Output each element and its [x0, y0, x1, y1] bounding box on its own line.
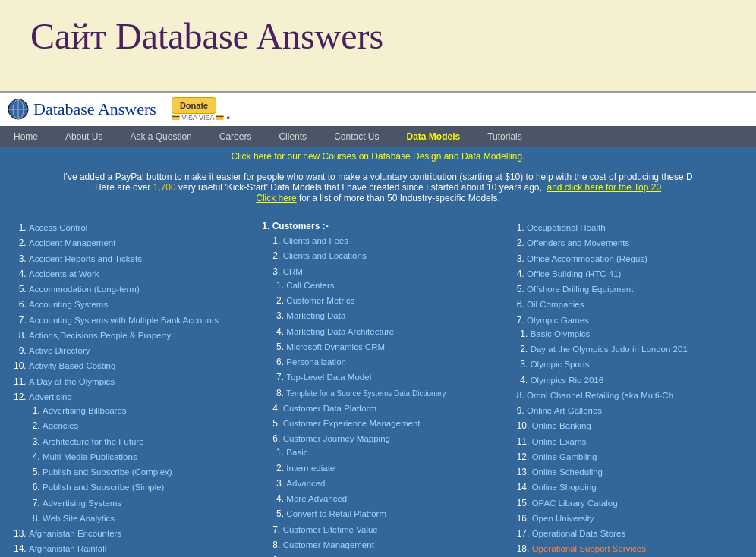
list-item: Architecture for the Future — [43, 435, 247, 448]
col1-sub-link[interactable]: Advertising Systems — [43, 499, 121, 508]
col2-sub-link[interactable]: Intermediate — [286, 464, 335, 473]
list-item: Activity Based Costing — [29, 359, 247, 373]
col3-link[interactable]: Offshore Drilling Equipment — [527, 285, 633, 294]
col3-link[interactable]: Online Scheduling — [532, 467, 603, 477]
col1-sub-link[interactable]: Publish and Subscribe (Simple) — [43, 483, 164, 492]
col3-link[interactable]: Oil Companies — [527, 300, 584, 309]
col3-sub-link[interactable]: Day at the Olympics Judo in London 201 — [531, 345, 688, 354]
col2-link[interactable]: Customer Journey Mapping — [283, 434, 390, 443]
list-item: 16. Open University — [509, 511, 741, 525]
col1-link[interactable]: Activity Based Costing — [29, 361, 115, 370]
col2-sub-link[interactable]: Customer Metrics — [286, 296, 354, 305]
col2-link[interactable]: Customer Lifetime Value — [283, 525, 378, 534]
col1-sub-link[interactable]: Agencies — [43, 421, 78, 430]
col3-link[interactable]: Office Accommodation (Regus) — [527, 254, 647, 263]
nav-clients[interactable]: Clients — [265, 126, 320, 147]
list-item: 5. Offshore Drilling Equipment — [509, 282, 741, 296]
col1-link[interactable]: Accommodation (Long-term) — [29, 285, 140, 294]
col1-link[interactable]: Actions,Decisions,People & Property — [29, 331, 171, 340]
col3-link[interactable]: Operational Data Stores — [532, 529, 625, 538]
col3-link[interactable]: Online Shopping — [532, 483, 597, 492]
col2-sub-link[interactable]: Basic — [286, 448, 307, 457]
col1-link[interactable]: A Day at the Olympics — [29, 377, 115, 386]
col1-sub-link[interactable]: Multi-Media Publications — [43, 452, 137, 461]
col3-link[interactable]: Occupational Health — [527, 223, 606, 232]
list-item: 10. Online Banking — [509, 419, 741, 433]
nav-tutorials[interactable]: Tutorials — [474, 126, 536, 147]
col2-sub-link[interactable]: Call Centers — [286, 281, 334, 290]
logo-text: Database Answers — [33, 99, 156, 119]
col1-link[interactable]: Accidents at Work — [29, 269, 99, 278]
top20-link[interactable]: and click here for the Top 20 — [547, 182, 662, 193]
col2-sub-link[interactable]: Marketing Data Architecture — [286, 327, 394, 336]
col1-link[interactable]: Access Control — [29, 223, 87, 232]
nav-data-models[interactable]: Data Models — [392, 126, 474, 147]
list-item: Personalization — [286, 355, 493, 369]
col3-link[interactable]: Operational Support Services — [532, 544, 646, 553]
col3-link[interactable]: Online Art Galleries — [527, 406, 602, 415]
col2-sub-link[interactable]: Microsoft Dynamics CRM — [286, 342, 385, 351]
col3-link[interactable]: Offenders and Movements — [527, 238, 629, 247]
list-item: 4. Customer Data Platform — [262, 401, 493, 415]
col3-link[interactable]: Olympic Games — [527, 316, 589, 325]
list-item: Publish and Subscribe (Simple) — [43, 480, 247, 494]
col1-link[interactable]: Accident Reports and Tickets — [29, 254, 142, 263]
list-item: 2. Offenders and Movements — [509, 236, 741, 250]
col2-link[interactable]: Clients and Locations — [283, 251, 367, 260]
col1-link[interactable]: Active Directory — [29, 346, 90, 355]
nav-home[interactable]: Home — [0, 126, 52, 147]
nav-contact[interactable]: Contact Us — [320, 126, 392, 147]
list-item: 7. Olympic Games Basic Olympics Day at t… — [509, 313, 741, 387]
col3-link[interactable]: OPAC Library Catalog — [532, 499, 618, 508]
industry-link[interactable]: Click here — [256, 193, 296, 203]
col1-sub-link[interactable]: Advertising Billboards — [43, 406, 127, 415]
col2-link[interactable]: Customer Experience Management — [283, 419, 421, 428]
list-item: Afghanistan Encounters — [29, 527, 247, 540]
nav-about[interactable]: About Us — [52, 126, 116, 147]
nav-careers[interactable]: Careers — [206, 126, 266, 147]
donate-button[interactable]: Donate — [172, 97, 216, 114]
list-item: Advertising Advertising Billboards Agenc… — [29, 390, 247, 525]
list-item: 1. Occupational Health — [509, 221, 741, 234]
col3-link[interactable]: Office Building (HTC 41) — [527, 269, 621, 278]
col2-sub-link[interactable]: Top-Level Data Model — [286, 373, 371, 382]
list-item: Accidents at Work — [29, 267, 247, 281]
info-line3: Click here for a list of more than 50 In… — [15, 193, 741, 203]
col3-link[interactable]: Omni Channel Retailing (aka Multi-Ch — [527, 391, 673, 400]
nav-question[interactable]: Ask a Question — [116, 126, 205, 147]
list-item: Call Centers — [286, 278, 493, 292]
col2-link[interactable]: Clients and Fees — [283, 236, 348, 245]
col1-sub-link[interactable]: Web Site Analytics — [43, 514, 115, 523]
col3-link[interactable]: Online Gambling — [532, 452, 597, 461]
col1-link[interactable]: Accident Management — [29, 238, 115, 247]
col1-sub-link[interactable]: Publish and Subscribe (Complex) — [43, 467, 172, 477]
col3-sub-link[interactable]: Basic Olympics — [531, 329, 591, 338]
col3-sub-link[interactable]: Olympics Rio 2016 — [531, 376, 604, 385]
col1-link[interactable]: Accounting Systems with Multiple Bank Ac… — [29, 316, 219, 325]
col2-sub-link[interactable]: Personalization — [286, 357, 346, 367]
header-banner: Сайт Database Answers — [0, 0, 756, 91]
col2-sub-link[interactable]: Convert to Retail Platform — [286, 509, 386, 518]
col2-sub-link[interactable]: Advanced — [286, 479, 325, 488]
col1-link[interactable]: Accounting Systems — [29, 300, 108, 309]
col3-link[interactable]: Online Banking — [532, 421, 591, 430]
list-item: 1. Clients and Fees — [262, 234, 493, 247]
col1-sub-link[interactable]: Architecture for the Future — [43, 437, 144, 446]
col2-link[interactable]: Customer Data Platform — [283, 404, 376, 413]
col1-link[interactable]: Afghanistan Encounters — [29, 529, 121, 538]
col2-sub-link[interactable]: Template for a Source Systems Data Dicti… — [286, 389, 446, 398]
info-line1: I've added a PayPal button to make it ea… — [15, 172, 741, 182]
col2-link[interactable]: CRM — [283, 267, 303, 276]
col1-link[interactable]: Advertising — [29, 392, 72, 401]
col2-sub-link[interactable]: More Advanced — [286, 494, 347, 503]
col2-link[interactable]: Customer Management — [283, 540, 374, 549]
col1-link[interactable]: Afghanistan Rainfall — [29, 544, 106, 553]
col2-sub-link[interactable]: Marketing Data — [286, 311, 345, 320]
list-item: 12. Online Gambling — [509, 450, 741, 464]
site-title: Сайт Database Answers — [30, 15, 726, 57]
col3-sub-link[interactable]: Olympic Sports — [531, 360, 590, 369]
col3-link[interactable]: Open University — [532, 514, 594, 523]
col3-link[interactable]: Online Exams — [532, 437, 587, 446]
courses-link[interactable]: Click here for our new Courses on Databa… — [232, 151, 525, 162]
list-item: Accident Reports and Tickets — [29, 252, 247, 266]
